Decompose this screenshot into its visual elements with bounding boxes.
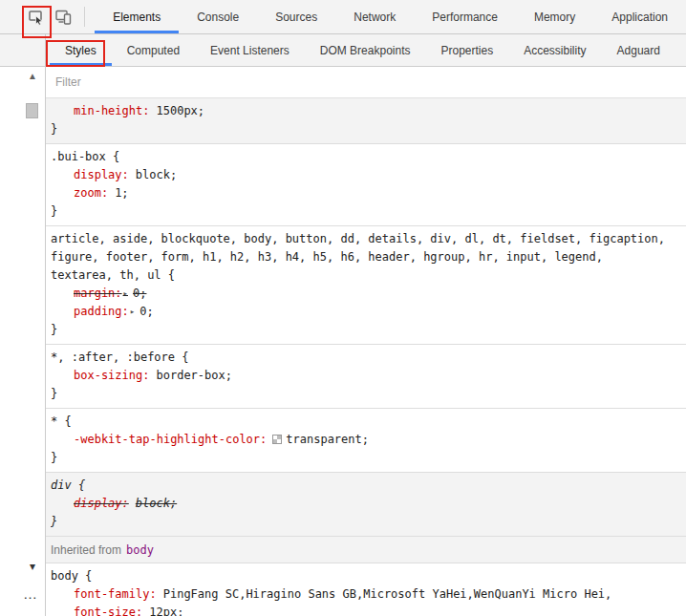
toolbar-separator (84, 7, 85, 27)
rule-selector[interactable]: figure, footer, form, h1, h2, h3, h4, h5… (51, 248, 684, 266)
property-name[interactable]: min-height: (74, 104, 149, 117)
styles-filter-input[interactable] (46, 75, 686, 89)
property-value[interactable]: 1; (115, 186, 128, 200)
tab-accessibility[interactable]: Accessibility (508, 34, 601, 66)
property-value[interactable]: PingFang SC,Hiragino Sans GB,Microsoft Y… (163, 587, 612, 601)
property-name[interactable]: display: (74, 497, 129, 510)
rule-box-sizing: *, :after, :before { box-sizing:border-b… (46, 345, 686, 409)
property-value[interactable]: block; (136, 497, 177, 510)
property-name[interactable]: font-family: (74, 587, 157, 601)
property-name[interactable]: box-sizing: (74, 369, 149, 382)
rule-selector[interactable]: body { (51, 567, 684, 585)
closing-brace: } (51, 120, 684, 138)
css-property-line-overridden: margin:▸0; (51, 285, 684, 303)
closing-brace: } (51, 385, 684, 403)
tab-sources[interactable]: Sources (257, 0, 335, 33)
overflow-menu-icon[interactable]: … (23, 586, 38, 601)
body-node-link[interactable]: body (126, 543, 154, 557)
rule-selector[interactable]: textarea, th, ul { (51, 266, 684, 285)
property-name[interactable]: padding: (74, 305, 129, 318)
inherited-from-label: Inherited from (51, 543, 121, 557)
closing-brace: } (51, 449, 684, 467)
device-toolbar-button[interactable] (50, 0, 76, 33)
property-name[interactable]: zoom: (74, 186, 108, 200)
tab-console[interactable]: Console (179, 0, 257, 33)
sidebar-tab-bar: Styles Computed Event Listeners DOM Brea… (46, 34, 686, 67)
css-property-line: min-height:1500px; (51, 102, 684, 120)
shorthand-expand-icon[interactable]: ▸ (130, 307, 135, 316)
tab-dom-breakpoints[interactable]: DOM Breakpoints (305, 34, 426, 66)
property-value[interactable]: 1500px; (156, 104, 204, 117)
property-value[interactable]: 0; (133, 287, 146, 300)
rule-reset: article, aside, blockquote, body, button… (46, 226, 686, 345)
device-toolbar-icon (55, 10, 72, 25)
css-property-line: display:block; (51, 166, 684, 184)
rail-toolbar-spacer (0, 34, 45, 67)
property-name[interactable]: -webkit-tap-highlight-color: (74, 433, 267, 446)
inherited-from-header: Inherited frombody (46, 537, 686, 563)
scrollbar-thumb[interactable] (26, 103, 38, 118)
property-value[interactable]: 0; (139, 305, 153, 318)
tab-properties[interactable]: Properties (425, 34, 508, 66)
expand-arrow-down-icon[interactable]: ▾ (30, 561, 35, 572)
inspect-element-button[interactable] (23, 0, 50, 33)
tab-performance[interactable]: Performance (414, 0, 516, 33)
rule-body: body { font-family:PingFang SC,Hiragino … (46, 563, 686, 616)
tab-event-listeners[interactable]: Event Listeners (195, 34, 305, 66)
rule-min-height-partial: min-height:1500px; } (46, 98, 686, 144)
tab-elements[interactable]: Elements (95, 0, 179, 33)
property-value[interactable]: block; (136, 168, 177, 181)
shorthand-expand-icon[interactable]: ▸ (123, 288, 128, 298)
tab-network[interactable]: Network (335, 0, 414, 33)
styles-sidebar: Styles Computed Event Listeners DOM Brea… (46, 34, 686, 616)
styles-filter-bar (46, 67, 686, 98)
tab-memory[interactable]: Memory (516, 0, 593, 33)
css-property-line: font-family:PingFang SC,Hiragino Sans GB… (51, 585, 684, 604)
property-name[interactable]: margin: (74, 287, 122, 300)
css-property-line: box-sizing:border-box; (51, 367, 684, 385)
closing-brace: } (51, 202, 684, 221)
css-property-line: -webkit-tap-highlight-color:transparent; (51, 431, 684, 449)
property-value[interactable]: transparent; (286, 433, 369, 446)
color-swatch-transparent-icon[interactable] (272, 435, 282, 444)
rule-selector[interactable]: .bui-box { (51, 148, 684, 166)
closing-brace: } (51, 513, 684, 531)
property-name[interactable]: font-size: (74, 605, 142, 616)
css-property-line: padding:▸0; (51, 303, 684, 321)
rule-div: div { display:block; } (46, 473, 686, 537)
elements-tree-rail: ▲ ▾ … (0, 34, 46, 616)
css-property-line-overridden: display:block; (51, 495, 684, 513)
property-value[interactable]: border-box; (156, 369, 231, 382)
css-property-line: zoom:1; (51, 184, 684, 202)
tab-computed[interactable]: Computed (112, 34, 195, 66)
rule-selector[interactable]: div { (51, 477, 684, 495)
closing-brace: } (51, 321, 684, 339)
tab-styles[interactable]: Styles (50, 34, 112, 66)
inspect-cursor-icon (28, 9, 45, 26)
rule-bui-box: .bui-box { display:block; zoom:1; } (46, 144, 686, 226)
property-value[interactable]: 12px; (149, 605, 183, 616)
property-name[interactable]: display: (74, 168, 129, 181)
devtools-window: { "colors": { "annotation": "#e2231a", "… (0, 0, 686, 616)
scroll-up-icon[interactable]: ▲ (28, 72, 37, 81)
rule-selector[interactable]: *, :after, :before { (51, 349, 684, 367)
rule-selector[interactable]: * { (51, 413, 684, 431)
css-property-line: font-size:12px; (51, 604, 684, 616)
main-toolbar: Elements Console Sources Network Perform… (0, 0, 686, 34)
styles-pane: min-height:1500px; } .bui-box { display:… (46, 98, 686, 616)
rule-selector[interactable]: article, aside, blockquote, body, button… (51, 230, 684, 248)
tab-application[interactable]: Application (593, 0, 686, 33)
tab-adguard[interactable]: Adguard (602, 34, 675, 66)
rule-tap-highlight: * { -webkit-tap-highlight-color:transpar… (46, 409, 686, 473)
devtools-body: ▲ ▾ … Styles Computed Event Listeners DO… (0, 34, 686, 616)
